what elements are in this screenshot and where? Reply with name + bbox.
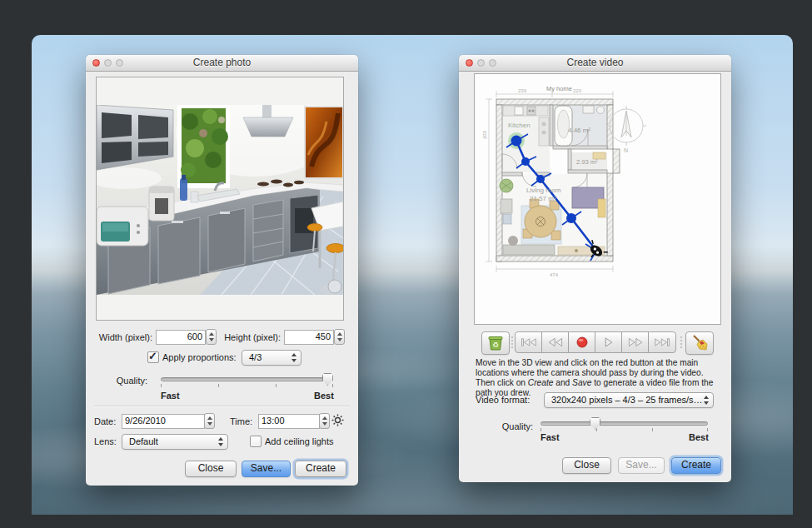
kitchen-render-preview: [97, 105, 343, 295]
lens-value: Default: [129, 436, 158, 446]
desktop-wallpaper: Create photo: [32, 35, 793, 515]
play-button[interactable]: [595, 331, 622, 353]
video-best-label: Best: [689, 432, 709, 442]
height-stepper[interactable]: [334, 329, 345, 345]
dim-474: 474: [550, 272, 559, 277]
trash-icon: ♻: [487, 335, 504, 351]
width-input[interactable]: 600: [156, 330, 206, 345]
video-fast-label: Fast: [541, 432, 560, 442]
svg-text:♻: ♻: [492, 341, 499, 349]
video-format-value: 320x240 pixels – 4/3 – 25 frames/s…: [551, 395, 703, 405]
photo-fast-label: Fast: [161, 391, 180, 401]
video-titlebar[interactable]: Create video: [459, 55, 731, 72]
record-button[interactable]: [568, 331, 595, 353]
sun-icon: [331, 414, 344, 426]
rewind-icon: [548, 337, 562, 347]
photo-quality-thumb[interactable]: [322, 373, 333, 386]
apply-proportions-label: Apply proportions:: [162, 352, 237, 362]
apply-proportions-checkbox[interactable]: [147, 351, 159, 363]
lens-label: Lens:: [94, 436, 117, 446]
photo-quality-slider[interactable]: [161, 375, 333, 393]
dim-239: 239: [518, 88, 527, 93]
height-input[interactable]: 450: [284, 330, 334, 345]
slider-track[interactable]: [541, 421, 708, 426]
skip-to-start-button[interactable]: [515, 331, 542, 353]
chevron-updown-icon: [218, 437, 224, 446]
video-save-button[interactable]: Save...: [618, 457, 665, 474]
small-room-area-label: 2.93 m²: [576, 158, 598, 166]
video-quality-label: Quality:: [484, 421, 533, 431]
photo-preview-panel: [96, 77, 344, 321]
photo-best-label: Best: [314, 391, 334, 401]
dim-220: 220: [573, 88, 582, 93]
photo-create-button[interactable]: Create: [295, 461, 346, 477]
video-quality-thumb[interactable]: [590, 417, 600, 430]
playback-controls: [515, 331, 676, 353]
photo-dialog-title: Create photo: [86, 57, 358, 68]
video-create-button[interactable]: Create: [671, 457, 721, 474]
time-input[interactable]: 13:00: [258, 414, 320, 429]
time-label: Time:: [230, 416, 252, 426]
dim-200: 200: [482, 130, 487, 139]
video-quality-slider[interactable]: [541, 419, 708, 437]
skip-to-end-button[interactable]: [648, 331, 676, 353]
ceiling-lights-checkbox[interactable]: [250, 436, 262, 447]
video-close-button[interactable]: Close: [562, 457, 611, 474]
video-plan-panel: My home 239 220 200 474 Kitchen 4.46 m² …: [474, 73, 721, 325]
date-stepper[interactable]: [204, 413, 215, 429]
photo-quality-label: Quality:: [94, 376, 147, 386]
floor-plan-with-camera-path[interactable]: My home 239 220 200 474 Kitchen 4.46 m² …: [475, 74, 720, 324]
slider-track[interactable]: [161, 377, 333, 381]
fast-forward-button[interactable]: [621, 331, 649, 353]
broom-icon: [691, 335, 708, 351]
living-room-area-label: 21.57 m²: [530, 195, 556, 202]
video-dialog-title: Create video: [459, 57, 731, 68]
plan-title: My home: [546, 85, 572, 92]
create-video-dialog: Create video: [459, 55, 731, 482]
delete-path-button[interactable]: ♻: [481, 331, 510, 355]
play-icon: [604, 337, 613, 347]
video-format-select[interactable]: 320x240 pixels – 4/3 – 25 frames/s…: [544, 392, 714, 408]
record-icon: [576, 336, 588, 348]
video-format-label: Video format:: [476, 395, 530, 405]
date-label: Date:: [94, 416, 116, 426]
compass-n-label: N: [624, 147, 628, 153]
bathroom-area-label: 4.46 m²: [568, 127, 590, 134]
chevron-updown-icon: [704, 396, 710, 405]
skip-to-start-icon: [521, 337, 536, 347]
lens-select[interactable]: Default: [122, 434, 228, 450]
kitchen-label: Kitchen: [508, 122, 531, 129]
fast-forward-icon: [628, 337, 642, 347]
photo-close-button[interactable]: Close: [185, 461, 237, 477]
rewind-button[interactable]: [541, 331, 569, 353]
proportions-select[interactable]: 4/3: [242, 350, 301, 366]
photo-titlebar[interactable]: Create photo: [86, 55, 358, 72]
chevron-updown-icon: [291, 353, 297, 362]
time-stepper[interactable]: [319, 413, 330, 429]
width-label: Width (pixel):: [91, 332, 152, 342]
height-label: Height (pixel):: [217, 332, 281, 342]
living-room-label: Living room: [526, 187, 561, 194]
ceiling-lights-label: Add ceiling lights: [265, 436, 334, 446]
clean-path-button[interactable]: [685, 331, 714, 355]
skip-to-end-icon: [655, 337, 670, 347]
proportions-value: 4/3: [249, 352, 262, 362]
create-photo-dialog: Create photo: [86, 55, 358, 486]
photo-save-button[interactable]: Save...: [242, 461, 291, 477]
date-input[interactable]: 9/26/2010: [122, 414, 205, 429]
width-stepper[interactable]: [206, 329, 217, 345]
